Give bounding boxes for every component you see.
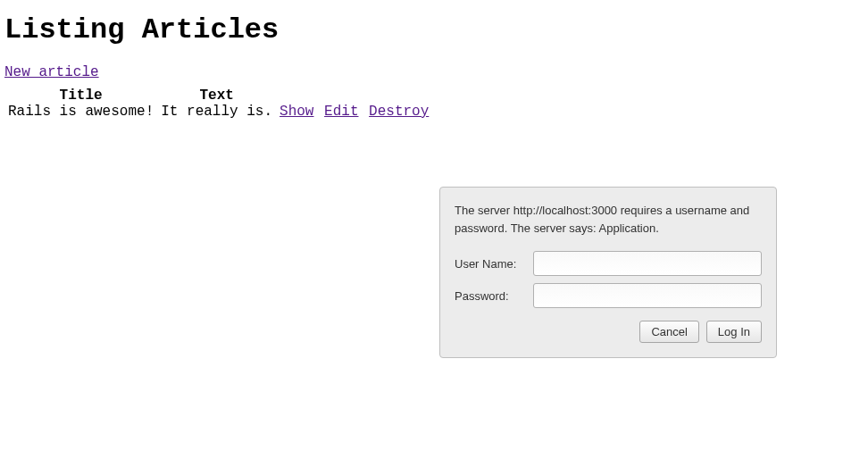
destroy-link[interactable]: Destroy [369,104,429,120]
new-article-link[interactable]: New article [4,64,99,80]
col-header-title: Title [4,88,157,104]
show-link[interactable]: Show [280,104,313,120]
articles-table: Title Text Rails is awesome! It really i… [4,88,434,120]
cell-text: It really is. [157,104,276,120]
page-title: Listing Articles [4,13,864,46]
col-header-text: Text [157,88,276,104]
edit-link[interactable]: Edit [324,104,358,120]
table-row: Rails is awesome! It really is. Show Edi… [4,104,434,120]
cell-title: Rails is awesome! [4,104,157,120]
table-header-row: Title Text [4,88,434,104]
cell-actions: Show Edit Destroy [276,104,434,120]
